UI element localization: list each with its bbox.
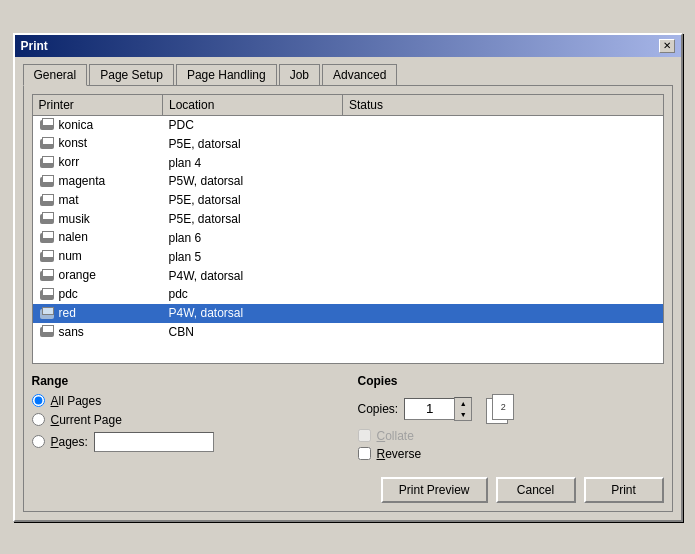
copies-input[interactable]	[404, 398, 454, 420]
table-row[interactable]: magenta P5W, datorsal	[33, 172, 663, 191]
printer-icon	[39, 212, 55, 226]
printer-location-cell: P5W, datorsal	[163, 172, 343, 191]
button-row: Print Preview Cancel Print	[32, 477, 664, 503]
table-row[interactable]: mat P5E, datorsal	[33, 191, 663, 210]
printer-icon	[39, 137, 55, 151]
printer-location-cell: plan 4	[163, 153, 343, 172]
close-button[interactable]: ✕	[659, 39, 675, 53]
all-pages-label[interactable]: All Pages	[51, 394, 102, 408]
reverse-label[interactable]: Reverse	[377, 447, 422, 461]
printer-icon	[39, 307, 55, 321]
printer-location-cell: P4W, datorsal	[163, 304, 343, 323]
copies-label: Copies:	[358, 402, 399, 416]
printer-status-cell	[343, 247, 663, 266]
table-row[interactable]: orange P4W, datorsal	[33, 266, 663, 285]
printer-location-cell: pdc	[163, 285, 343, 304]
printer-name-cell: mat	[33, 191, 163, 210]
printer-location-cell: P5E, datorsal	[163, 191, 343, 210]
printer-icon	[39, 250, 55, 264]
printer-location-cell: P4W, datorsal	[163, 266, 343, 285]
printer-location-cell: plan 5	[163, 247, 343, 266]
table-row[interactable]: konica PDC	[33, 115, 663, 134]
current-page-row: Current Page	[32, 413, 338, 427]
printer-status-cell	[343, 266, 663, 285]
printer-icon	[39, 156, 55, 170]
printer-status-cell	[343, 304, 663, 323]
printer-status-cell	[343, 285, 663, 304]
printer-name-cell: korr	[33, 153, 163, 172]
table-row[interactable]: num plan 5	[33, 247, 663, 266]
col-header-printer: Printer	[33, 95, 163, 116]
printer-name-cell: pdc	[33, 285, 163, 304]
copies-row: Copies: ▲ ▼ 1 2	[358, 394, 664, 424]
tab-job[interactable]: Job	[279, 64, 320, 86]
printer-icon	[39, 288, 55, 302]
copies-input-wrapper: ▲ ▼	[404, 397, 472, 421]
printer-name-cell: magenta	[33, 172, 163, 191]
cancel-button[interactable]: Cancel	[496, 477, 576, 503]
pages-radio[interactable]	[32, 435, 45, 448]
printer-icon	[39, 118, 55, 132]
table-row[interactable]: musik P5E, datorsal	[33, 210, 663, 229]
printer-location-cell: plan 6	[163, 228, 343, 247]
table-row[interactable]: pdc pdc	[33, 285, 663, 304]
printer-name-cell: sans	[33, 323, 163, 342]
copies-up-button[interactable]: ▲	[455, 398, 471, 409]
printer-status-cell	[343, 153, 663, 172]
printer-location-cell: P5E, datorsal	[163, 134, 343, 153]
printer-status-cell	[343, 323, 663, 342]
printer-location-cell: P5E, datorsal	[163, 210, 343, 229]
printer-table-scroll[interactable]: Printer Location Status konica PDC konst…	[33, 95, 663, 363]
printer-icon	[39, 194, 55, 208]
copies-down-button[interactable]: ▼	[455, 409, 471, 420]
copies-spinner: ▲ ▼	[454, 397, 472, 421]
copies-icon: 1 2	[486, 394, 516, 424]
tab-page-handling[interactable]: Page Handling	[176, 64, 277, 86]
tab-page-setup[interactable]: Page Setup	[89, 64, 174, 86]
tab-bar: General Page Setup Page Handling Job Adv…	[23, 63, 673, 85]
table-row[interactable]: sans CBN	[33, 323, 663, 342]
tab-advanced[interactable]: Advanced	[322, 64, 397, 86]
all-pages-row: All Pages	[32, 394, 338, 408]
printer-table-wrapper: Printer Location Status konica PDC konst…	[32, 94, 664, 364]
table-row[interactable]: konst P5E, datorsal	[33, 134, 663, 153]
current-page-label[interactable]: Current Page	[51, 413, 122, 427]
collate-row: Collate	[358, 429, 664, 443]
printer-status-cell	[343, 191, 663, 210]
printer-status-cell	[343, 115, 663, 134]
col-header-location: Location	[163, 95, 343, 116]
bottom-section: Range All Pages Current Page Pages:	[32, 374, 664, 465]
printer-name-cell: konica	[33, 115, 163, 134]
printer-status-cell	[343, 134, 663, 153]
tab-general[interactable]: General	[23, 64, 88, 86]
col-header-status: Status	[343, 95, 663, 116]
current-page-radio[interactable]	[32, 413, 45, 426]
printer-name-cell: orange	[33, 266, 163, 285]
pages-label[interactable]: Pages:	[51, 435, 88, 449]
printer-icon	[39, 325, 55, 339]
table-row[interactable]: red P4W, datorsal	[33, 304, 663, 323]
tab-content-general: Printer Location Status konica PDC konst…	[23, 85, 673, 512]
printer-location-cell: PDC	[163, 115, 343, 134]
printer-status-cell	[343, 228, 663, 247]
table-row[interactable]: korr plan 4	[33, 153, 663, 172]
copies-page2: 2	[492, 394, 514, 420]
printer-table: Printer Location Status konica PDC konst…	[33, 95, 663, 342]
collate-checkbox[interactable]	[358, 429, 371, 442]
print-preview-button[interactable]: Print Preview	[381, 477, 488, 503]
range-section: Range All Pages Current Page Pages:	[32, 374, 338, 465]
all-pages-radio[interactable]	[32, 394, 45, 407]
print-dialog: Print ✕ General Page Setup Page Handling…	[13, 33, 683, 522]
table-row[interactable]: nalen plan 6	[33, 228, 663, 247]
title-bar: Print ✕	[15, 35, 681, 57]
pages-input[interactable]	[94, 432, 214, 452]
print-button[interactable]: Print	[584, 477, 664, 503]
printer-name-cell: red	[33, 304, 163, 323]
range-title: Range	[32, 374, 338, 388]
copies-section: Copies Copies: ▲ ▼ 1 2	[358, 374, 664, 465]
copies-title: Copies	[358, 374, 664, 388]
printer-name-cell: konst	[33, 134, 163, 153]
reverse-checkbox[interactable]	[358, 447, 371, 460]
window-body: General Page Setup Page Handling Job Adv…	[15, 57, 681, 520]
pages-row: Pages:	[32, 432, 338, 452]
